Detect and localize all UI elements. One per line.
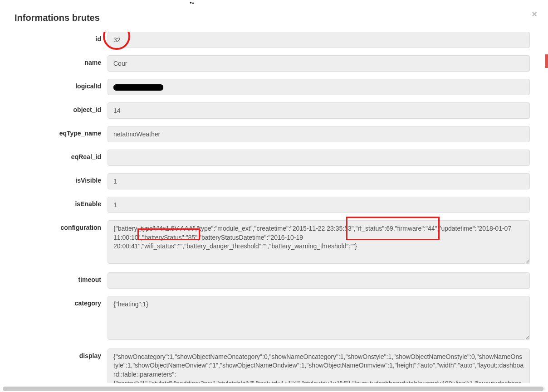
field-eqType_name[interactable]	[108, 126, 530, 142]
label-logicalId: logicalId	[8, 79, 108, 90]
row-configuration: configuration	[8, 220, 539, 265]
label-eqType_name: eqType_name	[8, 126, 108, 137]
label-configuration: configuration	[8, 220, 108, 231]
label-category: category	[8, 296, 108, 307]
label-isEnable: isEnable	[8, 197, 108, 208]
field-configuration[interactable]	[108, 220, 530, 264]
row-display: display	[8, 348, 539, 383]
horizontal-scrollbar[interactable]	[3, 387, 545, 391]
field-isEnable[interactable]	[108, 197, 530, 213]
field-logicalId[interactable]	[108, 79, 530, 95]
row-eqReal_id: eqReal_id	[8, 150, 539, 166]
field-object_id[interactable]	[108, 102, 530, 119]
row-isEnable: isEnable	[8, 197, 539, 213]
field-id[interactable]	[108, 32, 530, 48]
background-edge-hint	[545, 54, 548, 68]
close-icon[interactable]: ×	[532, 9, 537, 19]
label-eqReal_id: eqReal_id	[8, 150, 108, 160]
row-timeout: timeout	[8, 272, 539, 289]
modal-body-scroll[interactable]: id name logicalId object_id eqType_name …	[8, 32, 541, 383]
row-object_id: object_id	[8, 102, 539, 119]
label-display: display	[8, 348, 108, 359]
field-isVisible[interactable]	[108, 173, 530, 189]
row-name: name	[8, 55, 539, 72]
label-isVisible: isVisible	[8, 173, 108, 184]
field-timeout[interactable]	[108, 272, 530, 289]
row-id: id	[8, 32, 539, 48]
row-eqType_name: eqType_name	[8, 126, 539, 142]
horizontal-scrollbar-thumb[interactable]	[3, 387, 543, 391]
label-timeout: timeout	[8, 272, 108, 283]
modal-title: Informations brutes	[15, 13, 543, 23]
label-id: id	[8, 32, 108, 43]
row-category: category	[8, 296, 539, 341]
raw-info-modal: × Informations brutes id name logicalId …	[8, 4, 543, 387]
field-category[interactable]	[108, 296, 530, 339]
row-isVisible: isVisible	[8, 173, 539, 189]
field-display[interactable]	[108, 348, 530, 383]
redacted-value	[113, 84, 163, 91]
label-object_id: object_id	[8, 102, 108, 113]
field-eqReal_id[interactable]	[108, 150, 530, 166]
label-name: name	[8, 55, 108, 66]
row-logicalId: logicalId	[8, 79, 539, 95]
field-name[interactable]	[108, 55, 530, 72]
